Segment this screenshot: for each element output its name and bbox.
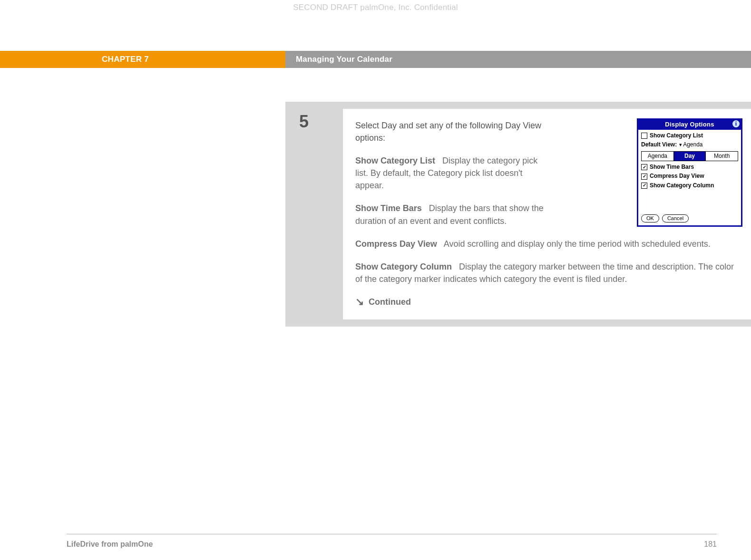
footer-product: LifeDrive from palmOne <box>67 540 153 549</box>
footer-rule <box>67 534 717 534</box>
cancel-button[interactable]: Cancel <box>662 214 689 222</box>
compress-day-view-label: Compress Day View <box>650 172 704 180</box>
info-icon[interactable]: i <box>732 120 740 127</box>
step-block: 5 Select Day and set any of the followin… <box>285 102 751 327</box>
option-title: Show Category List <box>355 156 435 165</box>
header-band: CHAPTER 7 Managing Your Calendar <box>0 51 751 68</box>
show-category-column-checkbox[interactable]: ✓ <box>641 183 647 189</box>
option-desc: Avoid scrolling and display only the tim… <box>444 239 711 249</box>
tab-agenda[interactable]: Agenda <box>642 152 674 161</box>
default-view-row: Default View: Agenda <box>641 141 738 149</box>
tab-day[interactable]: Day <box>674 152 706 161</box>
section-title: Managing Your Calendar <box>285 51 751 68</box>
step-content: Select Day and set any of the following … <box>343 109 751 319</box>
option-show-time-bars: Show Time Bars Display the bars that sho… <box>355 202 546 227</box>
view-tabs: Agenda Day Month <box>641 151 738 161</box>
continued-indicator: ↘ Continued <box>355 296 742 308</box>
show-time-bars-checkbox[interactable]: ✓ <box>641 164 647 170</box>
draft-watermark: SECOND DRAFT palmOne, Inc. Confidential <box>0 3 751 12</box>
show-category-list-label: Show Category List <box>650 132 703 140</box>
dialog-title: Display Options <box>665 121 714 128</box>
continued-label: Continued <box>369 296 411 308</box>
option-show-category-column: Show Category Column Display the categor… <box>355 261 742 285</box>
chapter-label: CHAPTER 7 <box>0 51 285 68</box>
display-options-screenshot: Display Options i Show Category List Def… <box>637 118 742 227</box>
footer-page-number: 181 <box>704 540 717 549</box>
compress-day-view-checkbox[interactable]: ✓ <box>641 174 647 180</box>
ok-button[interactable]: OK <box>641 214 659 222</box>
option-title: Show Category Column <box>355 262 452 271</box>
show-time-bars-row: ✓ Show Time Bars <box>641 163 738 171</box>
show-time-bars-label: Show Time Bars <box>650 163 694 171</box>
show-category-column-row: ✓ Show Category Column <box>641 182 738 190</box>
option-title: Show Time Bars <box>355 203 422 213</box>
option-compress-day-view: Compress Day View Avoid scrolling and di… <box>355 238 742 250</box>
show-category-list-row: Show Category List <box>641 132 738 140</box>
page-footer: LifeDrive from palmOne 181 <box>67 540 717 549</box>
show-category-column-label: Show Category Column <box>650 182 714 190</box>
default-view-dropdown[interactable]: Agenda <box>679 141 702 149</box>
compress-day-view-row: ✓ Compress Day View <box>641 172 738 180</box>
step-intro: Select Day and set any of the following … <box>355 119 546 144</box>
show-category-list-checkbox[interactable] <box>641 133 647 139</box>
default-view-label: Default View: <box>641 141 677 149</box>
dialog-title-bar: Display Options i <box>638 120 741 130</box>
option-show-category-list: Show Category List Display the category … <box>355 154 546 192</box>
option-title: Compress Day View <box>355 239 437 249</box>
continued-arrow-icon: ↘ <box>355 297 364 307</box>
step-number: 5 <box>293 109 331 319</box>
tab-month[interactable]: Month <box>706 152 738 161</box>
